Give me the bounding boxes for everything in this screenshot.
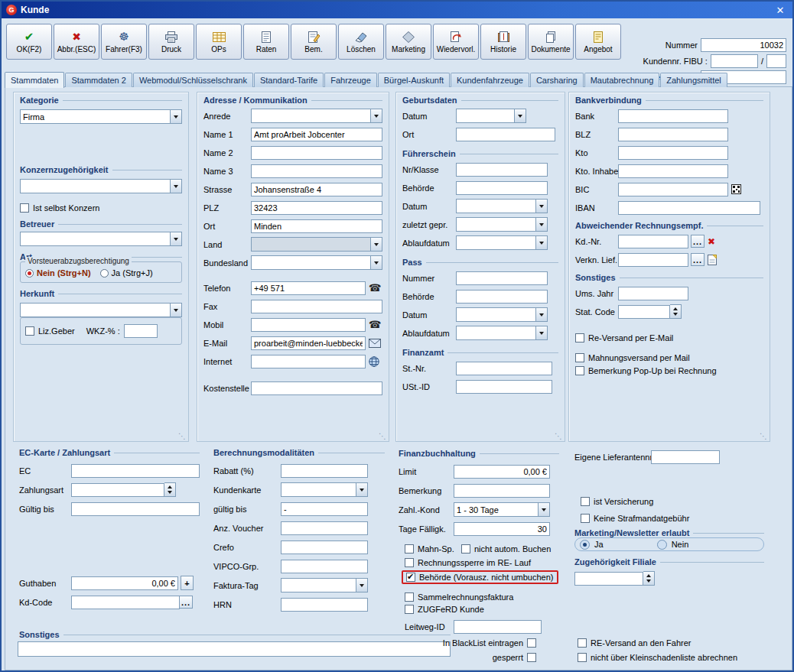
wiedervorl-button[interactable]: Wiedervorl. [433,24,479,60]
angebot-button[interactable]: Angebot [575,24,621,60]
fs-zuletzt-select[interactable] [456,217,548,232]
tab-webmodul[interactable]: Webmodul/Schlüsselschrank [133,73,253,87]
ok-button[interactable]: OK(F2) [6,24,52,60]
zahl-kond-select[interactable]: 1 - 30 Tage [454,502,550,517]
resperre-checkbox[interactable] [405,558,414,567]
kd-code-field[interactable] [71,596,180,609]
fs-datum-select[interactable] [456,199,548,213]
kundenkarte-select[interactable] [281,482,368,497]
stat-code-spinner[interactable] [670,304,682,319]
iban-field[interactable] [618,201,760,215]
leitweg-field[interactable] [454,620,542,634]
name2-field[interactable] [251,146,382,160]
dropdown-arrow-button[interactable] [535,236,547,249]
globe-icon[interactable] [369,356,379,367]
reversand-email-checkbox[interactable] [575,333,584,342]
name1-field[interactable] [251,128,382,141]
stnr-field[interactable] [456,362,552,375]
send-email-icon[interactable] [369,339,381,348]
blacklist-checkbox[interactable] [527,638,536,648]
dropdown-arrow-button[interactable] [170,110,181,123]
tab-standard-tarife[interactable]: Standard-Tarife [254,73,324,87]
tab-stammdaten[interactable]: Stammdaten [5,72,64,88]
fibu-bemerkung-field[interactable] [454,484,550,498]
ops-button[interactable]: OPs [196,24,242,60]
faktura-tag-select[interactable] [281,578,368,592]
bank-field[interactable] [618,109,728,123]
ec-field[interactable] [71,464,200,478]
strafmandat-checkbox[interactable] [581,514,590,523]
lieferanten-field[interactable] [651,450,720,464]
pass-behoerde-field[interactable] [456,290,548,304]
mahnungsversand-checkbox[interactable] [575,353,584,362]
dropdown-arrow-button[interactable] [170,232,181,245]
filiale-spinner[interactable] [643,571,655,586]
tab-mautabrechnung[interactable]: Mautabrechnung [584,73,660,87]
blz-field[interactable] [618,128,728,141]
dropdown-arrow-button[interactable] [535,308,547,321]
geb-ort-field[interactable] [456,128,555,141]
bundesland-select[interactable] [251,255,382,270]
marketing-button[interactable]: Marketing [386,24,431,60]
zahlungsart-field[interactable] [71,483,164,497]
dropdown-arrow-button[interactable] [370,109,382,122]
gesperrt-checkbox[interactable] [527,653,536,662]
lizgeber-checkbox[interactable] [25,326,34,336]
geb-datum-select[interactable] [456,109,526,123]
qr-code-icon[interactable] [731,184,741,194]
phone-icon[interactable] [369,282,381,294]
kd-code-browse-button[interactable]: ... [179,596,193,609]
historie-button[interactable]: Historie [480,24,526,60]
fahrer-button[interactable]: Fahrer(F3) [101,24,147,60]
mahnsp-checkbox[interactable] [405,544,414,554]
ort-field[interactable] [251,219,382,233]
telefon-field[interactable] [251,281,366,295]
filiale-field[interactable] [574,572,643,586]
dropdown-arrow-button[interactable] [514,109,526,122]
kto-field[interactable] [618,146,728,160]
herkunft-select[interactable] [20,303,182,317]
remove-recipient-icon[interactable] [708,236,715,247]
tab-stammdaten-2[interactable]: Stammdaten 2 [65,73,132,87]
ums-jahr-field[interactable] [618,287,688,300]
karte-gueltig-field[interactable] [281,502,368,516]
pass-nummer-field[interactable] [456,271,548,285]
dokumente-button[interactable]: Dokumente [528,24,574,60]
fs-ablauf-select[interactable] [456,235,548,250]
linked-document-icon[interactable] [708,255,717,265]
dropdown-arrow-button[interactable] [538,503,549,516]
guthaben-plus-button[interactable]: + [181,576,194,590]
guthaben-field[interactable] [71,576,178,590]
kdnr-browse-button[interactable]: ... [691,235,705,248]
wkz-field[interactable] [124,324,158,338]
ustid-field[interactable] [456,380,552,394]
verkn-lief-browse-button[interactable]: ... [691,253,705,266]
crefo-field[interactable] [281,541,368,554]
phone-icon[interactable] [369,319,381,330]
kdnr-field[interactable] [618,235,688,248]
bic-field[interactable] [618,183,728,196]
verkn-lief-field[interactable] [618,253,688,267]
anz-voucher-field[interactable] [281,521,368,535]
re-versand-fahrer-checkbox[interactable] [578,638,587,648]
name3-field[interactable] [251,164,382,178]
nicht-autom-checkbox[interactable] [461,544,470,554]
sonstiges-field[interactable] [18,641,451,657]
hrn-field[interactable] [281,598,368,612]
dropdown-arrow-button[interactable] [356,483,367,496]
loeschen-button[interactable]: Löschen [338,24,384,60]
fs-nrklasse-field[interactable] [456,163,548,177]
newsletter-nein-radio[interactable] [657,540,667,550]
stat-code-field[interactable] [618,305,670,319]
vipco-field[interactable] [281,560,368,573]
behoerde-checkbox[interactable] [406,573,415,582]
dropdown-arrow-button[interactable] [370,256,382,269]
fibu-field[interactable] [711,54,758,68]
abort-button[interactable]: Abbr.(ESC) [54,24,99,60]
konzern-select[interactable] [20,179,182,193]
bemerkung-popup-checkbox[interactable] [575,366,584,375]
dropdown-arrow-button[interactable] [535,326,547,339]
internet-field[interactable] [251,355,366,368]
betreuer-select[interactable] [20,232,182,246]
fibu-suffix-field[interactable] [766,54,786,68]
